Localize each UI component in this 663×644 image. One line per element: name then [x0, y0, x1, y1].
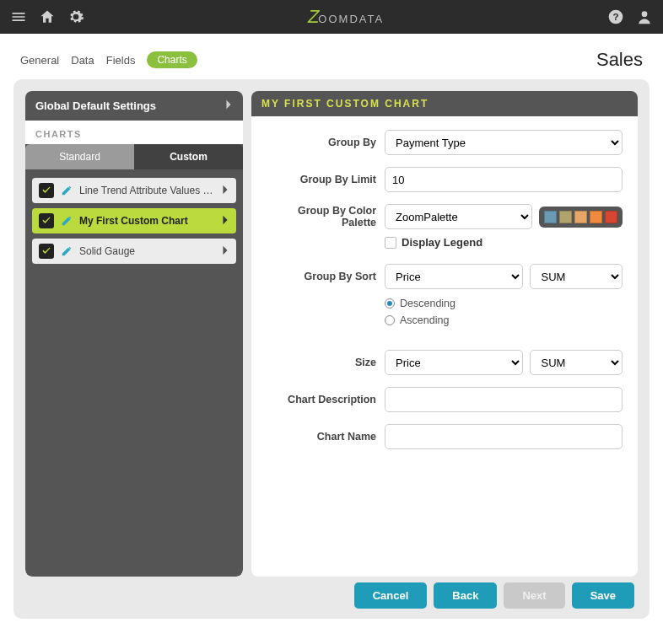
- sidebar-header-label: Global Default Settings: [35, 99, 156, 112]
- sort-ascending-radio[interactable]: Ascending: [385, 314, 623, 326]
- chevron-right-icon: [224, 99, 233, 112]
- chart-item-solid-gauge[interactable]: Solid Gauge: [32, 239, 236, 264]
- check-icon: [39, 244, 54, 259]
- chevron-right-icon: [221, 185, 229, 197]
- label-color-palette: Group By Color Palette: [267, 205, 376, 228]
- crumb-general[interactable]: General: [20, 54, 59, 67]
- form-panel: My First Custom Chart Group By Payment T…: [251, 91, 638, 577]
- sort-field-select[interactable]: Price: [385, 264, 523, 289]
- display-legend-label: Display Legend: [402, 236, 482, 249]
- label-size: Size: [267, 357, 376, 368]
- swatch: [544, 211, 557, 223]
- size-agg-select[interactable]: SUM: [530, 350, 623, 375]
- crumb-data[interactable]: Data: [71, 54, 94, 67]
- checkbox-icon: [385, 237, 396, 249]
- chart-item-label: Line Trend Attribute Values - Se…: [79, 185, 214, 196]
- form-body: Group By Payment Type Group By Limit Gro…: [251, 116, 638, 475]
- chart-name-input[interactable]: [385, 424, 623, 449]
- sidebar-section-label: CHARTS: [25, 121, 243, 144]
- check-icon: [39, 183, 54, 198]
- label-group-by-limit: Group By Limit: [267, 174, 376, 185]
- chevron-right-icon: [221, 215, 229, 228]
- main-panel: Global Default Settings CHARTS Standard …: [13, 79, 650, 619]
- sidebar-tabs: Standard Custom: [25, 144, 243, 169]
- crumb-fields[interactable]: Fields: [106, 54, 136, 67]
- swatch: [574, 211, 587, 223]
- sidebar: Global Default Settings CHARTS Standard …: [25, 91, 243, 577]
- display-legend-checkbox[interactable]: Display Legend: [385, 236, 482, 249]
- radio-label: Descending: [400, 298, 455, 309]
- chart-item-label: Solid Gauge: [79, 245, 214, 257]
- chart-description-input[interactable]: [385, 387, 623, 412]
- swatch: [605, 211, 617, 223]
- home-icon[interactable]: [39, 8, 56, 25]
- svg-point-2: [642, 11, 648, 17]
- sort-descending-radio[interactable]: Descending: [385, 298, 623, 309]
- menu-icon[interactable]: [10, 8, 27, 25]
- form-title: My First Custom Chart: [251, 91, 638, 116]
- page-title: Sales: [596, 49, 643, 71]
- sort-agg-select[interactable]: SUM: [530, 264, 623, 289]
- pencil-icon: [61, 215, 73, 227]
- next-button: Next: [504, 582, 564, 609]
- footer-buttons: Cancel Back Next Save: [354, 582, 634, 609]
- chart-item-my-first-custom[interactable]: My First Custom Chart: [32, 208, 236, 233]
- check-icon: [39, 213, 54, 228]
- pencil-icon: [61, 245, 73, 257]
- tab-custom[interactable]: Custom: [134, 144, 243, 169]
- chart-list: Line Trend Attribute Values - Se… My Fir…: [25, 169, 243, 272]
- help-icon[interactable]: ?: [607, 8, 624, 25]
- brand-logo: ZOOMDATA: [308, 6, 384, 28]
- chart-item-label: My First Custom Chart: [79, 215, 214, 227]
- logo-text: OOMDATA: [318, 13, 384, 25]
- group-by-select[interactable]: Payment Type: [385, 130, 623, 155]
- label-chart-description: Chart Description: [267, 394, 376, 405]
- user-icon[interactable]: [636, 8, 653, 25]
- cancel-button[interactable]: Cancel: [354, 582, 428, 609]
- tab-standard[interactable]: Standard: [25, 144, 134, 169]
- sidebar-body: Standard Custom Line Trend Attribute Val…: [25, 144, 243, 577]
- label-chart-name: Chart Name: [267, 431, 376, 443]
- swatch: [559, 211, 572, 223]
- size-field-select[interactable]: Price: [385, 350, 523, 375]
- sidebar-global-defaults[interactable]: Global Default Settings: [25, 91, 243, 121]
- label-group-by-sort: Group By Sort: [267, 271, 376, 282]
- back-button[interactable]: Back: [434, 582, 497, 609]
- pencil-icon: [61, 185, 73, 196]
- gear-icon[interactable]: [67, 8, 84, 25]
- top-bar: ZOOMDATA ?: [0, 0, 663, 34]
- chevron-right-icon: [221, 245, 229, 258]
- save-button[interactable]: Save: [572, 582, 634, 609]
- label-group-by: Group By: [267, 137, 376, 148]
- svg-text:?: ?: [612, 11, 618, 22]
- palette-select[interactable]: ZoomPalette: [385, 204, 532, 229]
- swatch: [590, 211, 602, 223]
- group-by-limit-input[interactable]: [385, 167, 623, 192]
- radio-icon: [385, 298, 395, 309]
- chart-item-line-trend[interactable]: Line Trend Attribute Values - Se…: [32, 178, 236, 203]
- radio-icon: [385, 315, 395, 325]
- radio-label: Ascending: [400, 314, 449, 326]
- breadcrumb: General Data Fields Charts Sales: [0, 34, 663, 79]
- palette-swatches[interactable]: [539, 207, 623, 228]
- crumb-charts[interactable]: Charts: [147, 51, 197, 68]
